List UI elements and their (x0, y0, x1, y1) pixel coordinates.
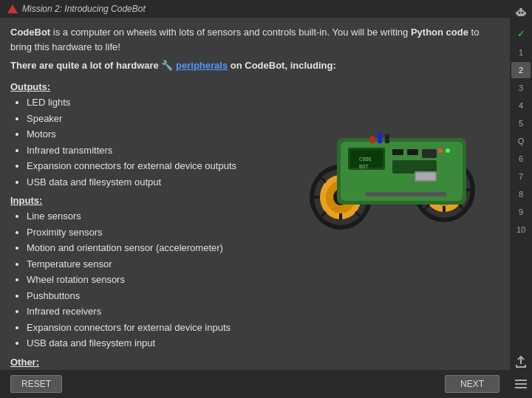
inputs-heading: Inputs: (10, 195, 293, 206)
robot-image-area: CODE BOT (293, 75, 499, 370)
mission-icon (7, 4, 18, 13)
robot-image: CODE BOT (300, 83, 492, 230)
section-heading: There are quite a lot of hardware 🔧 peri… (10, 60, 499, 71)
heading-text-start: There are quite a lot of hardware (10, 60, 159, 71)
right-sidebar: ✓ 1 2 3 4 5 Q 6 7 8 9 10 (510, 0, 532, 398)
svg-rect-31 (407, 149, 418, 155)
list-item: USB data and filesystem input (27, 336, 293, 351)
list-item: USB data and filesystem output (27, 175, 293, 190)
svg-rect-30 (392, 149, 403, 155)
heading-text-end: on CodeBot, including: (231, 60, 336, 71)
svg-rect-45 (519, 8, 522, 10)
next-button[interactable]: NEXT (445, 375, 499, 393)
list-item: Expansion connectors for external device… (27, 159, 293, 174)
sidebar-q[interactable]: Q (511, 133, 531, 149)
check-icon[interactable]: ✓ (511, 24, 531, 43)
list-item: LED lights (27, 95, 293, 110)
list-item: Infrared receivers (27, 304, 293, 319)
svg-point-38 (438, 148, 443, 153)
svg-text:CODE: CODE (359, 157, 372, 162)
sidebar-num-9[interactable]: 9 (511, 204, 531, 220)
list-item: Motion and orientation sensor (accelerom… (27, 241, 293, 255)
sidebar-num-7[interactable]: 7 (511, 168, 531, 185)
sidebar-num-10[interactable]: 10 (511, 222, 531, 238)
bottom-bar: RESET NEXT (0, 370, 510, 398)
inputs-list: Line sensors Proximity sensors Motion an… (10, 209, 293, 351)
outputs-list: LED lights Speaker Motors Infrared trans… (10, 95, 293, 189)
svg-rect-44 (517, 10, 525, 16)
svg-text:BOT: BOT (359, 164, 369, 170)
hamburger-line-1 (515, 380, 527, 381)
main-content: Mission 2: Introducing CodeBot CodeBot i… (0, 0, 510, 398)
sidebar-bottom (511, 352, 531, 398)
svg-rect-49 (525, 12, 526, 15)
hamburger-menu-icon[interactable] (511, 374, 531, 394)
svg-rect-35 (416, 173, 435, 180)
list-item: Proximity sensors (27, 225, 293, 240)
sidebar-num-4[interactable]: 4 (511, 97, 531, 114)
list-item: Motors (27, 127, 293, 142)
svg-rect-42 (385, 134, 389, 143)
sidebar-num-3[interactable]: 3 (511, 80, 531, 96)
sidebar-num-1[interactable]: 1 (511, 44, 531, 61)
list-item: Pushbuttons (27, 289, 293, 303)
sidebar-num-2[interactable]: 2 (511, 62, 531, 78)
svg-rect-48 (516, 12, 517, 15)
list-item: Wheel rotation sensors (27, 272, 293, 287)
sidebar-num-5[interactable]: 5 (511, 115, 531, 131)
reset-button[interactable]: RESET (10, 375, 62, 393)
robot-icon[interactable] (511, 3, 531, 22)
svg-rect-41 (378, 133, 382, 143)
content-area: CodeBot is a computer on wheels with lot… (0, 18, 510, 370)
content-body: Outputs: LED lights Speaker Motors Infra… (10, 75, 499, 370)
hamburger-line-3 (515, 387, 527, 388)
peripherals-link[interactable]: peripherals (176, 60, 228, 71)
codebot-name: CodeBot (10, 27, 50, 38)
sidebar-num-6[interactable]: 6 (511, 151, 531, 167)
intro-text-middle: is a computer on wheels with lots of sen… (53, 27, 409, 38)
list-item: Speaker (27, 111, 293, 126)
svg-point-47 (522, 12, 524, 14)
svg-rect-40 (370, 136, 375, 143)
hamburger-lines (515, 380, 527, 388)
intro-paragraph: CodeBot is a computer on wheels with lot… (10, 25, 499, 54)
hamburger-line-2 (515, 383, 527, 385)
list-item: Temperature sensor (27, 257, 293, 272)
svg-rect-43 (365, 192, 446, 196)
other-heading: Other: (10, 357, 293, 368)
outputs-heading: Outputs: (10, 81, 293, 92)
check-mark: ✓ (517, 28, 525, 39)
list-item: Infrared transmitters (27, 143, 293, 158)
mission-title: Mission 2: Introducing CodeBot (22, 4, 146, 14)
upload-icon[interactable] (511, 352, 531, 371)
text-column: Outputs: LED lights Speaker Motors Infra… (10, 75, 293, 370)
list-item: Line sensors (27, 209, 293, 224)
title-bar: Mission 2: Introducing CodeBot (0, 0, 510, 18)
python-code-text: Python code (411, 27, 468, 38)
svg-rect-32 (422, 149, 437, 158)
svg-point-46 (519, 12, 521, 14)
svg-point-39 (446, 148, 450, 153)
list-item: Expansion connectors for external device… (27, 320, 293, 335)
sidebar-num-8[interactable]: 8 (511, 186, 531, 202)
